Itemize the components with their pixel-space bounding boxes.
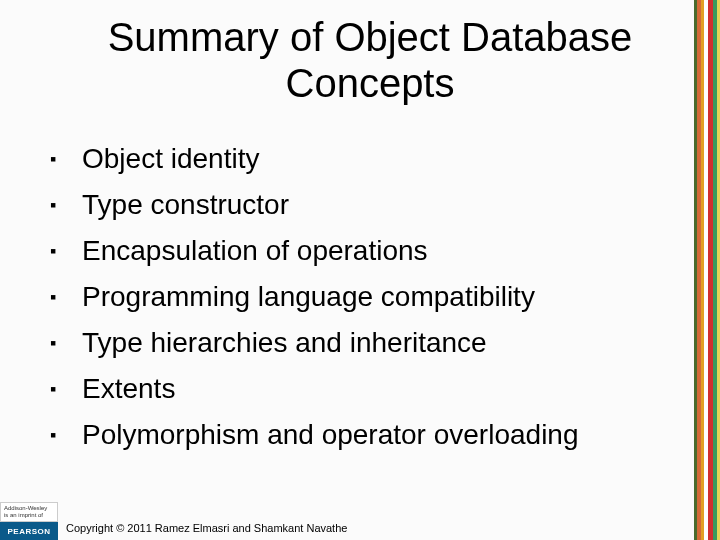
bullet-icon: ▪ [50, 140, 64, 178]
bullet-text: Extents [82, 370, 175, 408]
bullet-text: Type constructor [82, 186, 289, 224]
bullet-text: Encapsulation of operations [82, 232, 428, 270]
list-item: ▪ Programming language compatibility [50, 278, 670, 316]
bullet-icon: ▪ [50, 324, 64, 362]
bullet-text: Polymorphism and operator overloading [82, 416, 579, 454]
bullet-text: Object identity [82, 140, 259, 178]
logo-line2: is an imprint of [4, 512, 57, 519]
bullet-icon: ▪ [50, 416, 64, 454]
list-item: ▪ Polymorphism and operator overloading [50, 416, 670, 454]
list-item: ▪ Type hierarchies and inheritance [50, 324, 670, 362]
bullet-list: ▪ Object identity ▪ Type constructor ▪ E… [50, 140, 670, 462]
footer: Addison-Wesley is an imprint of PEARSON … [0, 502, 720, 540]
list-item: ▪ Extents [50, 370, 670, 408]
copyright-text: Copyright © 2011 Ramez Elmasri and Shamk… [66, 522, 347, 534]
slide-title: Summary of Object Database Concepts [60, 14, 680, 106]
bullet-icon: ▪ [50, 278, 64, 316]
bullet-icon: ▪ [50, 370, 64, 408]
bullet-text: Programming language compatibility [82, 278, 535, 316]
logo-brand: PEARSON [0, 522, 58, 540]
list-item: ▪ Object identity [50, 140, 670, 178]
logo-imprint: Addison-Wesley is an imprint of [0, 502, 58, 522]
bullet-text: Type hierarchies and inheritance [82, 324, 487, 362]
list-item: ▪ Type constructor [50, 186, 670, 224]
slide: Summary of Object Database Concepts ▪ Ob… [0, 0, 720, 540]
decorative-stripes [694, 0, 720, 540]
bullet-icon: ▪ [50, 186, 64, 224]
logo-line1: Addison-Wesley [4, 505, 57, 512]
publisher-logo: Addison-Wesley is an imprint of PEARSON [0, 502, 58, 540]
list-item: ▪ Encapsulation of operations [50, 232, 670, 270]
bullet-icon: ▪ [50, 232, 64, 270]
